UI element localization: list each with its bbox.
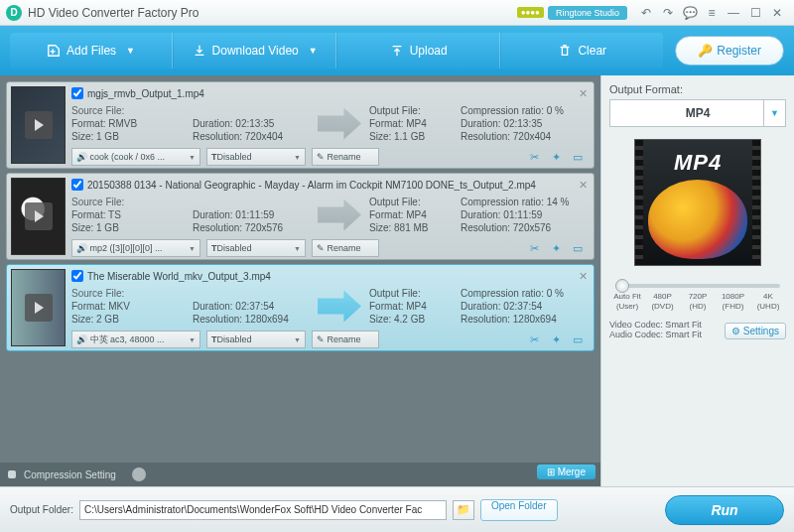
subtitle-select[interactable]: T Disabled▼ bbox=[206, 331, 306, 348]
source-col2: Duration: 02:13:35 Resolution: 720x404 bbox=[193, 104, 310, 143]
source-col: Source File: Format: RMVB Size: 1 GB bbox=[71, 104, 189, 143]
rename-button[interactable]: ✎ Rename bbox=[312, 331, 379, 348]
output-col: Output File: Format: MP4 Size: 4.2 GB bbox=[369, 287, 457, 326]
film-strip-icon bbox=[635, 140, 643, 265]
settings-button[interactable]: ⚙ Settings bbox=[725, 323, 786, 339]
resolution-tick[interactable]: Auto Fit(User) bbox=[611, 292, 643, 312]
key-icon: 🔑 bbox=[698, 44, 713, 58]
output-folder-path[interactable]: C:\Users\Administrator\Documents\WonderF… bbox=[79, 500, 447, 520]
menu-icon[interactable]: ≡ bbox=[701, 4, 723, 22]
download-video-label: Download Video bbox=[212, 44, 299, 58]
edit-icon[interactable]: ▭ bbox=[570, 240, 586, 256]
arrow-icon bbox=[318, 108, 361, 140]
output-format-card[interactable]: MP4 bbox=[634, 139, 761, 266]
effects-icon[interactable]: ✦ bbox=[548, 332, 564, 347]
register-label: Register bbox=[717, 44, 761, 58]
edit-icon[interactable]: ▭ bbox=[570, 332, 586, 347]
chevron-down-icon: ▼ bbox=[763, 100, 785, 126]
resolution-tick[interactable]: 4K(UHD) bbox=[752, 292, 784, 312]
compression-slider[interactable] bbox=[132, 467, 146, 481]
output-format-select[interactable]: MP4 ▼ bbox=[609, 99, 786, 127]
ringtone-studio-button[interactable]: Ringtone Studio bbox=[548, 6, 627, 20]
minimize-icon[interactable]: — bbox=[723, 4, 744, 22]
subtitle-select[interactable]: T Disabled▼ bbox=[206, 239, 306, 257]
play-icon[interactable] bbox=[25, 111, 53, 139]
remove-file-icon[interactable]: ✕ bbox=[576, 178, 590, 192]
main-toolbar: Add Files ▼ Download Video ▼ Upload Clea… bbox=[0, 26, 794, 75]
file-tools: ✂ ✦ ▭ bbox=[526, 332, 590, 347]
subtitle-select[interactable]: T Disabled▼ bbox=[206, 148, 306, 166]
add-files-icon bbox=[47, 44, 61, 58]
resolution-ticks: Auto Fit(User)480P(DVD)720P(HD)1080P(FHD… bbox=[609, 292, 786, 312]
chevron-down-icon: ▼ bbox=[309, 46, 318, 56]
output-panel: Output Format: MP4 ▼ MP4 Auto Fit(User)4… bbox=[600, 75, 794, 486]
audio-track-select[interactable]: 🔊 cook (cook / 0x6 ...▼ bbox=[71, 148, 200, 166]
resolution-tick[interactable]: 720P(HD) bbox=[682, 292, 714, 312]
merge-button[interactable]: ⊞ Merge bbox=[537, 465, 596, 479]
source-col: Source File: Format: TS Size: 1 GB bbox=[71, 196, 189, 234]
download-video-button[interactable]: Download Video ▼ bbox=[173, 33, 336, 68]
file-item[interactable]: 20150388 0134 - National Geographic - Ma… bbox=[6, 173, 595, 260]
compression-checkbox[interactable] bbox=[8, 470, 16, 478]
play-icon[interactable] bbox=[25, 202, 53, 230]
open-folder-button[interactable]: Open Folder bbox=[480, 499, 558, 521]
file-controls: 🔊 mp2 ([3][0][0][0] ...▼ T Disabled▼ ✎ R… bbox=[71, 238, 590, 258]
effects-icon[interactable]: ✦ bbox=[548, 149, 564, 165]
effects-icon[interactable]: ✦ bbox=[548, 240, 564, 256]
redo-icon[interactable]: ↷ bbox=[657, 4, 679, 22]
file-header: 20150388 0134 - National Geographic - Ma… bbox=[71, 177, 590, 194]
browse-folder-button[interactable]: 📁 bbox=[453, 500, 474, 520]
register-button[interactable]: 🔑 Register bbox=[675, 36, 784, 66]
video-thumbnail[interactable] bbox=[11, 86, 66, 164]
file-info: Source File: Format: TS Size: 1 GB Durat… bbox=[71, 194, 590, 236]
maximize-icon[interactable]: ☐ bbox=[744, 4, 766, 22]
compression-col: Compression ratio: 14 % Duration: 01:11:… bbox=[461, 196, 590, 234]
compression-label: Compression Setting bbox=[24, 469, 116, 480]
audio-track-select[interactable]: 🔊 中英 ac3, 48000 ...▼ bbox=[71, 331, 200, 348]
format-card-art bbox=[648, 180, 747, 259]
file-tools: ✂ ✦ ▭ bbox=[526, 240, 590, 256]
video-thumbnail[interactable] bbox=[11, 178, 66, 255]
upload-icon bbox=[390, 44, 404, 58]
file-checkbox[interactable] bbox=[71, 179, 83, 191]
file-name: 20150388 0134 - National Geographic - Ma… bbox=[87, 180, 536, 191]
audio-track-select[interactable]: 🔊 mp2 ([3][0][0][0] ...▼ bbox=[71, 239, 200, 257]
upload-label: Upload bbox=[410, 44, 448, 58]
chat-icon[interactable]: 💬 bbox=[679, 4, 701, 22]
play-icon[interactable] bbox=[25, 294, 53, 322]
film-strip-icon bbox=[752, 140, 760, 265]
output-folder-label: Output Folder: bbox=[10, 504, 73, 515]
file-header: mgjs_rmvb_Output_1.mp4 ✕ bbox=[71, 85, 590, 102]
add-files-button[interactable]: Add Files ▼ bbox=[10, 33, 173, 68]
file-name: mgjs_rmvb_Output_1.mp4 bbox=[87, 88, 204, 99]
remove-file-icon[interactable]: ✕ bbox=[576, 269, 590, 283]
titlebar: D HD Video Converter Factory Pro ●●●● Ri… bbox=[0, 0, 794, 26]
file-name: The Miserable World_mkv_Output_3.mp4 bbox=[87, 271, 271, 282]
run-button[interactable]: Run bbox=[665, 495, 784, 525]
rename-button[interactable]: ✎ Rename bbox=[312, 148, 379, 166]
arrow-icon bbox=[318, 200, 361, 231]
file-item[interactable]: The Miserable World_mkv_Output_3.mp4 ✕ S… bbox=[6, 264, 595, 351]
crop-icon[interactable]: ✂ bbox=[526, 240, 542, 256]
rename-button[interactable]: ✎ Rename bbox=[312, 239, 379, 257]
crop-icon[interactable]: ✂ bbox=[526, 149, 542, 165]
undo-icon[interactable]: ↶ bbox=[635, 4, 657, 22]
clear-button[interactable]: Clear bbox=[500, 33, 663, 68]
resolution-tick[interactable]: 1080P(FHD) bbox=[718, 292, 749, 312]
upload-button[interactable]: Upload bbox=[336, 33, 500, 68]
crop-icon[interactable]: ✂ bbox=[526, 332, 542, 347]
file-item[interactable]: mgjs_rmvb_Output_1.mp4 ✕ Source File: Fo… bbox=[6, 81, 595, 169]
remove-file-icon[interactable]: ✕ bbox=[576, 86, 590, 100]
resolution-tick[interactable]: 480P(DVD) bbox=[647, 292, 679, 312]
file-info: Source File: Format: MKV Size: 2 GB Dura… bbox=[71, 285, 590, 328]
file-checkbox[interactable] bbox=[71, 270, 83, 282]
file-checkbox[interactable] bbox=[71, 87, 83, 99]
file-controls: 🔊 cook (cook / 0x6 ...▼ T Disabled▼ ✎ Re… bbox=[71, 147, 590, 167]
edit-icon[interactable]: ▭ bbox=[570, 149, 586, 165]
trash-icon bbox=[558, 44, 572, 58]
close-icon[interactable]: ✕ bbox=[766, 4, 788, 22]
resolution-handle[interactable] bbox=[615, 279, 629, 293]
resolution-track[interactable] bbox=[615, 284, 780, 288]
video-thumbnail[interactable] bbox=[11, 269, 66, 346]
merge-label: Merge bbox=[558, 466, 586, 477]
